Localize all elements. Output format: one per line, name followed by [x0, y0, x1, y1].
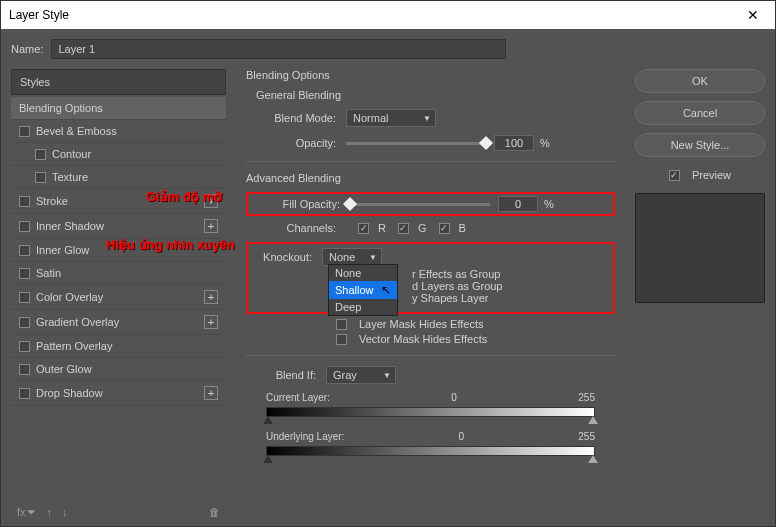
style-label: Bevel & Emboss [36, 125, 117, 137]
style-label: Stroke [36, 195, 68, 207]
blend-mode-select[interactable]: Normal▼ [346, 109, 436, 127]
style-checkbox[interactable] [19, 341, 30, 352]
opacity-label: Opacity: [246, 137, 346, 149]
preview-label: Preview [692, 169, 731, 181]
ok-button[interactable]: OK [635, 69, 765, 93]
current-layer-gradient[interactable] [266, 407, 595, 417]
fill-opacity-label: Fill Opacity: [250, 198, 350, 210]
knockout-option-shallow[interactable]: Shallow↖ [329, 281, 397, 299]
knockout-dropdown[interactable]: None Shallow↖ Deep [328, 264, 398, 316]
fill-opacity-slider[interactable] [350, 203, 490, 206]
chevron-down-icon: ▼ [369, 253, 377, 262]
style-checkbox[interactable] [35, 149, 46, 160]
style-item[interactable]: Bevel & Emboss [11, 120, 226, 143]
style-item[interactable]: Color Overlay+ [11, 285, 226, 310]
style-checkbox[interactable] [19, 317, 30, 328]
style-checkbox[interactable] [19, 126, 30, 137]
advanced-blending-title: Advanced Blending [246, 172, 615, 184]
blend-if-thumb[interactable] [588, 416, 598, 424]
knockout-label: Knockout: [252, 251, 322, 263]
channel-r-checkbox[interactable] [358, 223, 369, 234]
percent-label: % [540, 137, 550, 149]
style-item[interactable]: Inner Shadow+ [11, 214, 226, 239]
close-icon[interactable]: ✕ [739, 5, 767, 25]
dialog-title: Layer Style [9, 8, 69, 22]
fx-icon[interactable]: fx⏷ [17, 506, 37, 518]
add-effect-button[interactable]: + [204, 194, 218, 208]
style-label: Inner Glow [36, 244, 89, 256]
style-item[interactable]: Drop Shadow+ [11, 381, 226, 406]
right-panel: OK Cancel New Style... Preview [635, 69, 765, 526]
styles-bottom-bar: fx⏷ ↑ ↓ 🗑 [11, 498, 226, 526]
styles-panel: Styles Blending OptionsBevel & EmbossCon… [11, 69, 226, 526]
style-label: Pattern Overlay [36, 340, 112, 352]
style-checkbox[interactable] [19, 196, 30, 207]
style-checkbox[interactable] [19, 245, 30, 256]
new-style-button[interactable]: New Style... [635, 133, 765, 157]
style-label: Outer Glow [36, 363, 92, 375]
style-item[interactable]: Inner Glow [11, 239, 226, 262]
opacity-input[interactable] [494, 135, 534, 151]
blend-if-thumb[interactable] [263, 455, 273, 463]
styles-list: Blending OptionsBevel & EmbossContourTex… [11, 97, 226, 498]
chevron-down-icon: ▼ [383, 371, 391, 380]
style-checkbox[interactable] [19, 388, 30, 399]
add-effect-button[interactable]: + [204, 386, 218, 400]
layer-name-input[interactable] [51, 39, 506, 59]
style-label: Satin [36, 267, 61, 279]
layer-style-dialog: Layer Style ✕ Name: Styles Blending Opti… [0, 0, 776, 527]
preview-checkbox[interactable] [669, 170, 680, 181]
vector-mask-hides-checkbox[interactable] [336, 334, 347, 345]
blend-if-thumb[interactable] [263, 416, 273, 424]
style-label: Drop Shadow [36, 387, 103, 399]
opt-effects-group: r Effects as Group [412, 268, 609, 280]
name-label: Name: [11, 43, 43, 55]
cancel-button[interactable]: Cancel [635, 101, 765, 125]
style-label: Contour [52, 148, 91, 160]
blend-if-select[interactable]: Gray▼ [326, 366, 396, 384]
blending-options-panel: Blending Options General Blending Blend … [236, 69, 625, 526]
style-item[interactable]: Blending Options [11, 97, 226, 120]
style-label: Inner Shadow [36, 220, 104, 232]
knockout-option-none[interactable]: None [329, 265, 397, 281]
blend-mode-label: Blend Mode: [246, 112, 346, 124]
style-label: Gradient Overlay [36, 316, 119, 328]
add-effect-button[interactable]: + [204, 315, 218, 329]
style-item[interactable]: Stroke+ [11, 189, 226, 214]
add-effect-button[interactable]: + [204, 219, 218, 233]
style-checkbox[interactable] [19, 268, 30, 279]
opt-shapes-layer: y Shapes Layer [412, 292, 609, 304]
opacity-slider[interactable] [346, 142, 486, 145]
cursor-icon: ↖ [381, 283, 391, 297]
style-checkbox[interactable] [19, 364, 30, 375]
style-label: Texture [52, 171, 88, 183]
arrow-down-icon[interactable]: ↓ [62, 506, 68, 518]
opt-layers-group: d Layers as Group [412, 280, 609, 292]
fill-opacity-input[interactable] [498, 196, 538, 212]
style-item[interactable]: Pattern Overlay [11, 335, 226, 358]
blend-if-label: Blend If: [246, 369, 326, 381]
general-blending-title: General Blending [256, 89, 615, 101]
style-checkbox[interactable] [19, 292, 30, 303]
style-item[interactable]: Satin [11, 262, 226, 285]
blend-if-thumb[interactable] [588, 455, 598, 463]
styles-header[interactable]: Styles [11, 69, 226, 95]
style-checkbox[interactable] [19, 221, 30, 232]
chevron-down-icon: ▼ [423, 114, 431, 123]
knockout-option-deep[interactable]: Deep [329, 299, 397, 315]
channels-label: Channels: [246, 222, 346, 234]
arrow-up-icon[interactable]: ↑ [47, 506, 53, 518]
underlying-layer-gradient[interactable] [266, 446, 595, 456]
channel-g-checkbox[interactable] [398, 223, 409, 234]
style-item[interactable]: Outer Glow [11, 358, 226, 381]
style-item[interactable]: Texture [11, 166, 226, 189]
add-effect-button[interactable]: + [204, 290, 218, 304]
titlebar: Layer Style ✕ [1, 1, 775, 29]
channel-b-checkbox[interactable] [439, 223, 450, 234]
percent-label-2: % [544, 198, 554, 210]
style-item[interactable]: Contour [11, 143, 226, 166]
trash-icon[interactable]: 🗑 [209, 506, 220, 518]
style-item[interactable]: Gradient Overlay+ [11, 310, 226, 335]
style-checkbox[interactable] [35, 172, 46, 183]
layer-mask-hides-checkbox[interactable] [336, 319, 347, 330]
